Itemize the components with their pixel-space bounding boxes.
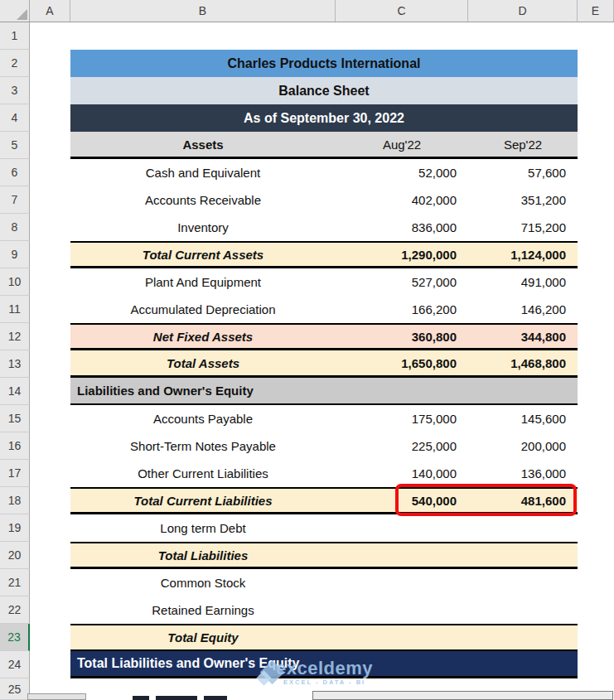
row-number-20[interactable]: 20: [0, 542, 30, 569]
cell-C17[interactable]: 140,000: [336, 460, 468, 487]
col-header-C[interactable]: C: [336, 0, 468, 22]
row-number-24[interactable]: 24: [0, 651, 30, 678]
cell-D22[interactable]: [468, 596, 578, 624]
cell-A23[interactable]: [30, 624, 70, 651]
row-number-9[interactable]: 9: [0, 241, 30, 268]
cell-A10[interactable]: [30, 268, 70, 296]
row-number-25[interactable]: 25: [0, 678, 30, 700]
row-number-1[interactable]: 1: [0, 22, 30, 50]
row-number-6[interactable]: 6: [0, 159, 30, 186]
cell-A19[interactable]: [30, 514, 70, 542]
cell-A9[interactable]: [30, 241, 70, 268]
cell-A6[interactable]: [30, 159, 70, 186]
cell-C16[interactable]: 225,000: [336, 432, 468, 460]
row-number-3[interactable]: 3: [0, 77, 30, 104]
cell-A17[interactable]: [30, 460, 70, 487]
cell-E12[interactable]: [578, 323, 614, 350]
col-header-E[interactable]: E: [578, 0, 614, 22]
row-number-21[interactable]: 21: [0, 569, 30, 596]
cell-A22[interactable]: [30, 596, 70, 624]
row-number-14[interactable]: 14: [0, 378, 30, 405]
cell-A2[interactable]: [30, 50, 70, 77]
cell-B17[interactable]: Other Current Liabilities: [70, 460, 336, 487]
cell-C23[interactable]: [336, 625, 468, 649]
cell-C20[interactable]: [336, 543, 468, 567]
cell-A20[interactable]: [30, 542, 70, 569]
cell-B6[interactable]: Cash and Equivalent: [70, 159, 336, 186]
cell-E18[interactable]: [578, 487, 614, 514]
col-header-D[interactable]: D: [468, 0, 578, 22]
cell-A11[interactable]: [30, 296, 70, 323]
cell-E17[interactable]: [578, 460, 614, 487]
cell-C11[interactable]: 166,200: [336, 296, 468, 323]
cell-E19[interactable]: [578, 514, 614, 542]
col-header-B[interactable]: B: [70, 0, 336, 22]
cell-E14[interactable]: [578, 378, 614, 405]
row-number-23[interactable]: 23: [0, 624, 30, 651]
cell-D20[interactable]: [468, 543, 578, 567]
cell-C13[interactable]: 1,650,800: [336, 350, 468, 375]
row-number-4[interactable]: 4: [0, 104, 30, 132]
cell-D15[interactable]: 145,600: [468, 405, 578, 432]
cell-liabilities-header[interactable]: Liabilities and Owner's Equity: [70, 378, 578, 403]
cell-C10[interactable]: 527,000: [336, 268, 468, 296]
cell-B21[interactable]: Common Stock: [70, 569, 336, 596]
cell-B16[interactable]: Short-Term Notes Payable: [70, 432, 336, 460]
cell-B20[interactable]: Total Liabilities: [70, 543, 336, 567]
cell-D23[interactable]: [468, 625, 578, 649]
cell-B22[interactable]: Retained Earnings: [70, 596, 336, 624]
cell-E1[interactable]: [578, 22, 614, 50]
row-number-12[interactable]: 12: [0, 323, 30, 350]
row-number-15[interactable]: 15: [0, 405, 30, 432]
cell-B18[interactable]: Total Current Liabilities: [70, 489, 336, 512]
cell-header-aug22[interactable]: Aug'22: [336, 132, 468, 157]
cell-C12[interactable]: 360,800: [336, 325, 468, 348]
row-number-18[interactable]: 18: [0, 487, 30, 514]
cell-E23[interactable]: [578, 624, 614, 651]
cell-as-of-date[interactable]: As of September 30, 2022: [70, 104, 578, 132]
row-number-2[interactable]: 2: [0, 50, 30, 77]
cell-D6[interactable]: 57,600: [468, 159, 578, 186]
cell-E5[interactable]: [578, 132, 614, 159]
cell-E3[interactable]: [578, 77, 614, 104]
cell-B8[interactable]: Inventory: [70, 214, 336, 241]
cell-E25[interactable]: [578, 678, 614, 700]
cell-A24[interactable]: [30, 651, 70, 678]
cell-E15[interactable]: [578, 405, 614, 432]
cell-A12[interactable]: [30, 323, 70, 350]
cell-E20[interactable]: [578, 542, 614, 569]
col-header-A[interactable]: A: [30, 0, 70, 22]
cell-E11[interactable]: [578, 296, 614, 323]
cell-E6[interactable]: [578, 159, 614, 186]
cell-A13[interactable]: [30, 350, 70, 378]
cell-C22[interactable]: [336, 596, 468, 624]
row-number-7[interactable]: 7: [0, 186, 30, 214]
select-all-button[interactable]: [0, 0, 30, 22]
cell-D10[interactable]: 491,000: [468, 268, 578, 296]
cell-E16[interactable]: [578, 432, 614, 460]
cell-B11[interactable]: Accumulated Depreciation: [70, 296, 336, 323]
row-number-22[interactable]: 22: [0, 596, 30, 624]
cell-A4[interactable]: [30, 104, 70, 132]
cell-E13[interactable]: [578, 350, 614, 378]
row-number-8[interactable]: 8: [0, 214, 30, 241]
cell-D9[interactable]: 1,124,000: [468, 243, 578, 266]
cell-D11[interactable]: 146,200: [468, 296, 578, 323]
cell-A15[interactable]: [30, 405, 70, 432]
cell-A25[interactable]: [30, 678, 70, 700]
cell-D19[interactable]: [468, 514, 578, 542]
row-number-10[interactable]: 10: [0, 268, 30, 296]
cell-A14[interactable]: [30, 378, 70, 405]
cell-A1[interactable]: [30, 22, 70, 50]
cell-A18[interactable]: [30, 487, 70, 514]
cell-E4[interactable]: [578, 104, 614, 132]
cell-E2[interactable]: [578, 50, 614, 77]
cell-D18[interactable]: 481,600: [468, 489, 578, 512]
cell-D21[interactable]: [468, 569, 578, 596]
cell-D8[interactable]: 715,200: [468, 214, 578, 241]
cell-C8[interactable]: 836,000: [336, 214, 468, 241]
cell-A8[interactable]: [30, 214, 70, 241]
cell-subtitle[interactable]: Balance Sheet: [70, 77, 578, 104]
cell-B1[interactable]: [70, 22, 578, 50]
cell-B19[interactable]: Long term Debt: [70, 514, 336, 542]
